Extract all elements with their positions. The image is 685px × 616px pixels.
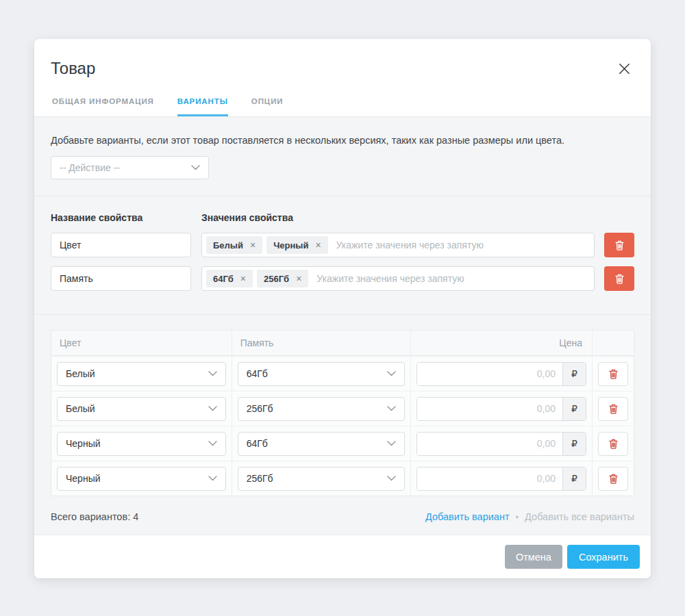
value-tag: 64Гб × — [206, 270, 253, 287]
variant-actions-cell — [593, 461, 634, 496]
chevron-down-icon — [208, 476, 217, 481]
variants-total: Всего вариантов: 4 — [51, 511, 138, 522]
value-tag: Белый × — [206, 236, 262, 254]
chevron-down-icon — [208, 371, 217, 376]
chevron-down-icon — [387, 441, 396, 446]
chevron-down-icon — [208, 441, 217, 446]
currency-ruble-label: ₽ — [562, 433, 586, 455]
table-footer: Всего вариантов: 4 Добавить вариант • До… — [51, 511, 634, 522]
delete-variant-button[interactable] — [598, 362, 628, 386]
column-header-price: Цена — [411, 331, 593, 356]
property-values-field[interactable]: Белый × Черный × — [201, 233, 595, 257]
delete-property-button[interactable] — [604, 233, 634, 257]
chevron-down-icon — [208, 406, 217, 411]
property-name-input[interactable] — [51, 233, 191, 257]
trash-icon — [615, 240, 624, 251]
add-all-variants-link[interactable]: Добавить все варианты — [525, 511, 634, 522]
property-values-header: Значения свойства — [201, 212, 293, 223]
remove-tag-icon[interactable]: × — [296, 274, 301, 283]
variant-memory-cell: 256Гб — [232, 391, 412, 426]
property-row-color: Белый × Черный × — [51, 233, 634, 257]
cancel-button[interactable]: Отмена — [505, 545, 562, 569]
tab-options[interactable]: ОПЦИИ — [251, 97, 284, 116]
property-values-input[interactable] — [332, 240, 590, 251]
add-variant-link[interactable]: Добавить вариант — [425, 511, 510, 522]
close-icon — [617, 62, 632, 76]
variant-memory-cell: 64Гб — [232, 356, 412, 391]
column-header-actions — [593, 331, 634, 356]
variant-color-select[interactable]: Белый — [57, 397, 226, 421]
price-input[interactable] — [417, 363, 562, 385]
tab-bar: ОБЩАЯ ИНФОРМАЦИЯ ВАРИАНТЫ ОПЦИИ — [51, 97, 634, 116]
price-input[interactable] — [417, 398, 562, 420]
variant-price-cell: ₽ — [411, 426, 593, 461]
modal-header: Товар ОБЩАЯ ИНФОРМАЦИЯ ВАРИАНТЫ ОПЦИИ — [34, 39, 651, 117]
close-button[interactable] — [615, 60, 633, 77]
price-input[interactable] — [417, 433, 562, 455]
variant-memory-cell: 256Гб — [232, 461, 412, 496]
modal-footer: Отмена Сохранить — [34, 535, 651, 578]
variant-color-select[interactable]: Белый — [57, 362, 226, 386]
variant-memory-select[interactable]: 256Гб — [238, 467, 406, 491]
variant-actions-cell — [593, 426, 634, 461]
delete-property-button[interactable] — [604, 266, 634, 291]
trash-icon — [615, 274, 624, 284]
trash-icon — [609, 474, 618, 484]
variants-table-section: Цвет Память Цена Белый 64Гб ₽ — [34, 314, 651, 535]
save-button[interactable]: Сохранить — [567, 545, 640, 569]
remove-tag-icon[interactable]: × — [240, 274, 246, 283]
trash-icon — [609, 439, 618, 449]
delete-variant-button[interactable] — [598, 432, 628, 456]
tab-general-info[interactable]: ОБЩАЯ ИНФОРМАЦИЯ — [52, 97, 154, 116]
variants-table: Цвет Память Цена Белый 64Гб ₽ — [51, 330, 634, 496]
variant-price-cell: ₽ — [411, 356, 593, 391]
delete-variant-button[interactable] — [598, 397, 628, 421]
currency-ruble-label: ₽ — [562, 398, 586, 420]
remove-tag-icon[interactable]: × — [250, 240, 256, 250]
variant-color-cell: Белый — [51, 356, 232, 391]
value-tag: Черный × — [266, 236, 327, 254]
currency-ruble-label: ₽ — [562, 363, 586, 385]
remove-tag-icon[interactable]: × — [315, 240, 321, 250]
chevron-down-icon — [387, 476, 396, 481]
tab-variants[interactable]: ВАРИАНТЫ — [177, 97, 228, 116]
variant-price-cell: ₽ — [411, 391, 593, 426]
variant-actions-cell — [593, 391, 634, 426]
trash-icon — [609, 404, 618, 414]
page-title: Товар — [51, 58, 634, 79]
properties-section: Название свойства Значения свойства Белы… — [34, 196, 651, 314]
variant-color-cell: Черный — [51, 426, 232, 461]
variant-color-cell: Черный — [51, 461, 232, 496]
property-values-input[interactable] — [312, 273, 590, 284]
variant-actions-cell — [593, 356, 634, 391]
variant-color-cell: Белый — [51, 391, 232, 426]
column-header-color: Цвет — [51, 331, 232, 356]
column-header-memory: Память — [232, 331, 412, 356]
variant-memory-cell: 64Гб — [232, 426, 412, 461]
price-input[interactable] — [417, 467, 562, 490]
delete-variant-button[interactable] — [598, 467, 628, 491]
action-select[interactable]: -- Действие -- — [51, 156, 209, 179]
value-tag: 256Гб × — [257, 270, 308, 287]
variant-memory-select[interactable]: 64Гб — [238, 432, 406, 456]
dot-separator: • — [516, 512, 519, 522]
property-values-field[interactable]: 64Гб × 256Гб × — [201, 266, 595, 291]
variant-memory-select[interactable]: 64Гб — [238, 362, 406, 386]
variants-intro-section: Добавьте варианты, если этот товар поста… — [34, 117, 651, 196]
property-name-header: Название свойства — [51, 212, 201, 223]
action-select-value: -- Действие -- — [60, 162, 120, 173]
variant-memory-select[interactable]: 256Гб — [238, 397, 406, 421]
chevron-down-icon — [191, 165, 200, 170]
variant-price-cell: ₽ — [411, 461, 593, 496]
chevron-down-icon — [387, 371, 396, 376]
currency-ruble-label: ₽ — [562, 467, 586, 490]
product-modal: Товар ОБЩАЯ ИНФОРМАЦИЯ ВАРИАНТЫ ОПЦИИ До… — [34, 39, 651, 578]
variant-color-select[interactable]: Черный — [57, 432, 226, 456]
property-name-input[interactable] — [51, 266, 191, 291]
chevron-down-icon — [387, 406, 396, 411]
variant-color-select[interactable]: Черный — [57, 467, 226, 491]
variants-description: Добавьте варианты, если этот товар поста… — [51, 134, 634, 146]
property-row-memory: 64Гб × 256Гб × — [51, 266, 634, 291]
trash-icon — [609, 369, 618, 379]
